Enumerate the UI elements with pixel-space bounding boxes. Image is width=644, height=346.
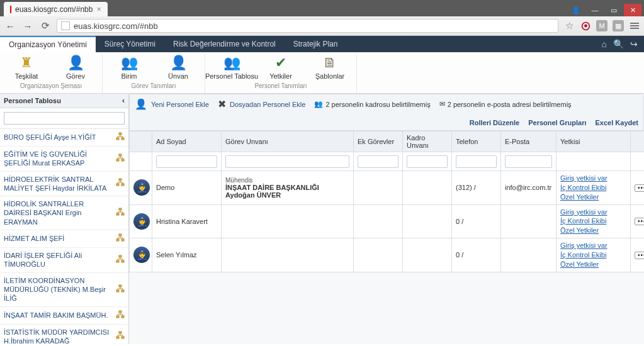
org-chart-icon[interactable] bbox=[116, 208, 125, 218]
reload-button[interactable]: ⟳ bbox=[39, 20, 52, 32]
filter-tel-input[interactable] bbox=[456, 155, 497, 168]
nav-tab-3[interactable]: Stratejik Plan bbox=[285, 36, 347, 52]
org-chart-icon[interactable] bbox=[116, 153, 125, 164]
svg-rect-15 bbox=[119, 255, 121, 257]
ribbon-item-birim[interactable]: 👥Birim bbox=[110, 56, 148, 80]
sidebar-item[interactable]: HİZMET ALIM ŞEFİ bbox=[0, 230, 128, 248]
home-icon[interactable]: ⌂ bbox=[602, 39, 607, 49]
sidebar-item-label: BÜRO ŞEFLİĞİ Ayşe H.YİĞİT bbox=[4, 133, 99, 142]
tab-close-icon[interactable]: × bbox=[96, 4, 101, 14]
permission-link[interactable]: İç Kontrol Ekibi bbox=[560, 216, 626, 226]
sidebar-item[interactable]: İSTATİSTİK MÜDÜR YARDIMCISI H.İbrahim KA… bbox=[0, 325, 128, 344]
back-button[interactable]: ← bbox=[4, 20, 16, 32]
window-minimize-button[interactable]: — bbox=[586, 4, 604, 16]
col-tel-header[interactable]: Telefon bbox=[452, 131, 501, 152]
sidebar-search-input[interactable] bbox=[4, 112, 125, 125]
permission-link[interactable]: Özel Yetkiler bbox=[560, 226, 626, 235]
cell-name: Selen Yılmaz bbox=[152, 238, 222, 272]
org-chart-icon[interactable] bbox=[116, 233, 125, 244]
svg-rect-1 bbox=[116, 138, 119, 140]
sidebar-item[interactable]: İLETİM KOORDİNASYON MÜDÜRLÜĞÜ (TEKNİK) M… bbox=[0, 273, 128, 307]
personnel-groups-button[interactable]: Personel Grupları bbox=[528, 119, 586, 126]
page-icon bbox=[61, 21, 70, 30]
permission-link[interactable]: Özel Yetkiler bbox=[560, 193, 626, 202]
col-kadro-header[interactable]: Kadro Unvanı bbox=[403, 131, 452, 152]
filter-kadro-input[interactable] bbox=[407, 155, 448, 168]
ribbon-item-personel tablosu[interactable]: 👥Personel Tablosu bbox=[213, 56, 251, 80]
col-yetki-header[interactable]: Yetkisi bbox=[556, 131, 631, 152]
cell-password: ••• bbox=[631, 171, 645, 205]
status-email[interactable]: ✉ 2 personelin e-posta adresi belirtilme… bbox=[439, 100, 572, 108]
sidebar-item[interactable]: HİDROELEKTRİK SANTRAL MALİYET ŞEFİ Hayda… bbox=[0, 172, 128, 197]
menu-icon[interactable] bbox=[629, 20, 640, 31]
nav-tab-2[interactable]: Risk Değerlendirme ve Kontrol bbox=[164, 36, 285, 52]
extension-m-icon[interactable]: M bbox=[596, 20, 607, 31]
ribbon-item-şablonlar[interactable]: 🗎Şablonlar bbox=[311, 56, 349, 80]
org-chart-icon[interactable] bbox=[116, 331, 125, 342]
ribbon-item-yetkiler[interactable]: ✔Yetkiler bbox=[262, 56, 300, 80]
nav-tab-0[interactable]: Organizasyon Yönetimi bbox=[0, 36, 96, 52]
filter-eposta-input[interactable] bbox=[505, 155, 552, 168]
excel-export-button[interactable]: Excel Kaydet bbox=[596, 119, 638, 126]
filter-ek-input[interactable] bbox=[358, 155, 398, 168]
permission-link[interactable]: İç Kontrol Ekibi bbox=[560, 250, 626, 260]
edit-roles-button[interactable]: Rolleri Düzenle bbox=[470, 119, 519, 126]
personnel-table: Ad Soyad Görev Unvanı Ek Görevler Kadro … bbox=[129, 131, 644, 272]
permission-link[interactable]: Giriş yetkisi var bbox=[560, 241, 626, 250]
org-chart-icon[interactable] bbox=[116, 255, 125, 265]
ribbon-item-görev[interactable]: 👤Görev bbox=[57, 56, 94, 80]
ribbon-item-ünvan[interactable]: 👤Ünvan bbox=[159, 56, 197, 80]
password-icon[interactable]: ••• bbox=[635, 252, 644, 259]
add-personnel-button[interactable]: 👤 Yeni Personel Ekle bbox=[135, 98, 209, 110]
browser-tab[interactable]: euas.kiosgrc.com/#nbb × bbox=[4, 2, 108, 16]
password-icon[interactable]: ••• bbox=[635, 218, 644, 225]
password-icon[interactable]: ••• bbox=[635, 184, 644, 192]
user-icon[interactable]: 👤 bbox=[567, 4, 585, 16]
org-chart-icon[interactable] bbox=[116, 178, 125, 189]
share-icon[interactable]: ↪ bbox=[630, 39, 638, 49]
org-chart-icon[interactable] bbox=[116, 132, 125, 143]
forward-button[interactable]: → bbox=[21, 20, 34, 32]
sidebar-item[interactable]: EĞİTİM VE İŞ GÜVENLİĞİ ŞEFLİĞİ Murat ERK… bbox=[0, 147, 128, 172]
table-row[interactable]: 👮Hristina Karavert0 /Giriş yetkisi varİç… bbox=[130, 204, 645, 238]
svg-rect-4 bbox=[116, 159, 119, 161]
ribbon-label: Birim bbox=[121, 72, 137, 80]
table-row[interactable]: 👮Selen Yılmaz0 /Giriş yetkisi varİç Kont… bbox=[130, 238, 645, 272]
nav-tab-1[interactable]: Süreç Yönetimi bbox=[96, 36, 164, 52]
avatar-icon: 👮 bbox=[133, 213, 150, 230]
pinterest-icon[interactable]: ⦿ bbox=[580, 20, 591, 31]
ribbon-item-teşkilat[interactable]: ♜Teşkilat bbox=[8, 56, 45, 80]
search-icon[interactable]: 🔍 bbox=[613, 39, 624, 49]
window-maximize-button[interactable]: ▭ bbox=[605, 4, 623, 16]
org-chart-icon[interactable] bbox=[116, 284, 125, 295]
permission-link[interactable]: Giriş yetkisi var bbox=[560, 174, 626, 183]
col-ek-header[interactable]: Ek Görevler bbox=[354, 131, 403, 152]
permission-link[interactable]: İç Kontrol Ekibi bbox=[560, 183, 626, 193]
table-row[interactable]: 👮DemoMühendisİNŞAAT DAİRE BAŞKANLIĞI Ayd… bbox=[130, 171, 645, 205]
address-bar[interactable]: euas.kiosgrc.com/#nbb bbox=[57, 19, 558, 33]
sidebar-item[interactable]: BÜRO ŞEFLİĞİ Ayşe H.YİĞİT bbox=[0, 129, 128, 147]
svg-rect-7 bbox=[116, 184, 119, 186]
org-chart-icon[interactable] bbox=[116, 310, 125, 321]
permission-link[interactable]: Özel Yetkiler bbox=[560, 260, 626, 269]
ribbon-label: Teşkilat bbox=[15, 72, 38, 80]
sidebar-collapse-icon[interactable]: ‹ bbox=[122, 96, 125, 105]
ribbon-group-0: ♜Teşkilat👤GörevOrganizasyon Şeması bbox=[0, 55, 103, 93]
extension-grid-icon[interactable]: ▦ bbox=[613, 20, 624, 31]
cell-ek bbox=[354, 204, 403, 238]
status-kadro-text: 2 personelin kadrosu belirtilmemiş bbox=[325, 101, 430, 108]
col-name-header[interactable]: Ad Soyad bbox=[152, 131, 222, 152]
status-email-text: 2 personelin e-posta adresi belirtilmemi… bbox=[448, 101, 572, 108]
star-icon[interactable]: ☆ bbox=[563, 20, 575, 31]
sidebar-item[interactable]: HİDROLİK SANTRALLER DAİRESİ BAŞKANI Ergi… bbox=[0, 196, 128, 230]
filter-gorev-input[interactable] bbox=[225, 155, 349, 168]
window-close-button[interactable]: ✕ bbox=[624, 4, 641, 16]
sidebar-item[interactable]: İDARİ İŞLER ŞEFLİĞİ Ali TİMUROĞLU bbox=[0, 248, 128, 273]
col-gorev-header[interactable]: Görev Unvanı bbox=[222, 131, 354, 152]
status-kadro[interactable]: 👥 2 personelin kadrosu belirtilmemiş bbox=[314, 100, 430, 108]
import-personnel-button[interactable]: ✖ Dosyadan Personel Ekle bbox=[218, 98, 305, 110]
filter-name-input[interactable] bbox=[156, 155, 217, 168]
permission-link[interactable]: Giriş yetkisi var bbox=[560, 208, 626, 217]
sidebar-item[interactable]: İNŞAAT TAMİR BAKIM BAŞMÜH. bbox=[0, 307, 128, 325]
col-eposta-header[interactable]: E-Posta bbox=[501, 131, 556, 152]
